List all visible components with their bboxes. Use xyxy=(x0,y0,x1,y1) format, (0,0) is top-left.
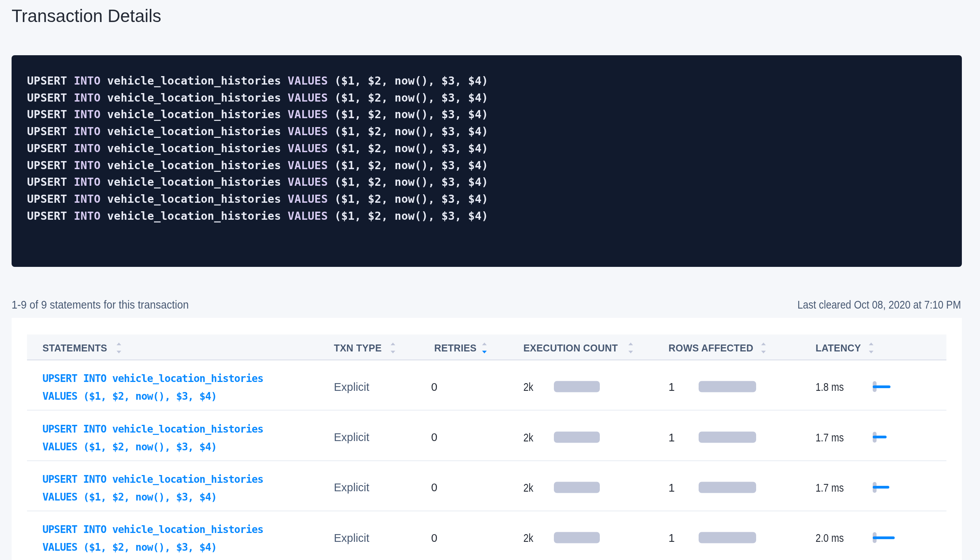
retries-value: 0 xyxy=(431,431,520,444)
txn-type-value: Explicit xyxy=(334,532,434,545)
execution-count-cell: 2k xyxy=(523,511,669,560)
retries-value: 0 xyxy=(431,481,520,494)
sql-line: UPSERT INTO vehicle_location_histories V… xyxy=(27,140,946,157)
sql-line: UPSERT INTO vehicle_location_histories V… xyxy=(27,191,946,208)
statements-count-label: 1-9 of 9 statements for this transaction xyxy=(12,299,189,311)
latency-bar xyxy=(873,536,895,539)
statement-link[interactable]: UPSERT INTO vehicle_location_histories V… xyxy=(27,521,334,556)
sort-caret-up-icon xyxy=(391,343,395,345)
txn-type-value: Explicit xyxy=(334,481,434,494)
latency-chart xyxy=(873,381,919,392)
sql-line: UPSERT INTO vehicle_location_histories V… xyxy=(27,73,946,90)
sort-caret-down-icon xyxy=(761,351,766,353)
sql-line: UPSERT INTO vehicle_location_histories V… xyxy=(27,208,946,225)
sort-caret-up-icon xyxy=(628,343,633,345)
sort-caret-down-icon xyxy=(117,351,121,353)
latency-value: 1.8 ms xyxy=(816,381,844,394)
execution-count-cell: 2k xyxy=(523,411,669,460)
retries-value: 0 xyxy=(431,381,520,394)
rows-affected-bar xyxy=(699,532,756,543)
column-header-latency[interactable]: LATENCY xyxy=(816,334,946,360)
latency-cell: 1.8 ms xyxy=(816,360,946,410)
txn-type-value: Explicit xyxy=(334,381,434,394)
table-body: UPSERT INTO vehicle_location_histories V… xyxy=(27,360,946,560)
execution-count-bar xyxy=(554,532,600,543)
latency-cell: 1.7 ms xyxy=(816,411,946,460)
sort-caret-up-icon xyxy=(117,343,121,345)
column-label: STATEMENTS xyxy=(42,343,107,354)
sort-carets-icon[interactable] xyxy=(482,343,487,353)
sort-carets-icon[interactable] xyxy=(628,343,633,353)
latency-value: 2.0 ms xyxy=(816,532,844,545)
sql-line: UPSERT INTO vehicle_location_histories V… xyxy=(27,157,946,174)
execution-count-value: 2k xyxy=(523,381,533,394)
sql-line: UPSERT INTO vehicle_location_histories V… xyxy=(27,90,946,107)
column-label: RETRIES xyxy=(434,343,477,354)
sql-line: UPSERT INTO vehicle_location_histories V… xyxy=(27,123,946,140)
column-header-txn-type[interactable]: TXN TYPE xyxy=(334,334,434,360)
sort-caret-down-icon xyxy=(869,351,873,353)
statement-row: UPSERT INTO vehicle_location_histories V… xyxy=(27,461,946,511)
last-cleared-label: Last cleared Oct 08, 2020 at 7:10 PM xyxy=(797,299,961,311)
sql-line: UPSERT INTO vehicle_location_histories V… xyxy=(27,106,946,123)
latency-cell: 1.7 ms xyxy=(816,461,946,511)
sort-carets-icon[interactable] xyxy=(869,343,873,353)
sort-carets-icon[interactable] xyxy=(761,343,766,353)
column-label: LATENCY xyxy=(816,343,861,354)
rows-affected-cell: 1 xyxy=(669,411,816,460)
column-header-rows-affected[interactable]: ROWS AFFECTED xyxy=(669,334,816,360)
statement-link[interactable]: UPSERT INTO vehicle_location_histories V… xyxy=(27,470,334,506)
sort-caret-up-icon xyxy=(482,343,487,345)
rows-affected-bar xyxy=(699,431,756,443)
column-header-execution-count[interactable]: EXECUTION COUNT xyxy=(523,334,669,360)
sort-caret-down-icon xyxy=(391,351,395,353)
execution-count-bar xyxy=(554,431,600,443)
rows-affected-cell: 1 xyxy=(669,511,816,560)
rows-affected-value: 1 xyxy=(669,481,675,494)
statement-row: UPSERT INTO vehicle_location_histories V… xyxy=(27,360,946,411)
sort-caret-up-icon xyxy=(761,343,766,345)
column-header-statements[interactable]: STATEMENTS xyxy=(27,334,334,360)
sort-caret-down-icon xyxy=(628,351,633,353)
rows-affected-bar xyxy=(699,381,756,392)
column-label: ROWS AFFECTED xyxy=(669,343,753,354)
rows-affected-value: 1 xyxy=(669,532,675,545)
execution-count-value: 2k xyxy=(523,532,533,545)
retries-value: 0 xyxy=(431,532,520,545)
rows-affected-cell: 1 xyxy=(669,461,816,511)
rows-affected-bar xyxy=(699,482,756,493)
statement-row: UPSERT INTO vehicle_location_histories V… xyxy=(27,511,946,560)
execution-count-value: 2k xyxy=(523,431,533,444)
sql-line: UPSERT INTO vehicle_location_histories V… xyxy=(27,174,946,191)
latency-value: 1.7 ms xyxy=(816,481,844,494)
statements-table-card: STATEMENTSTXN TYPERETRIESEXECUTION COUNT… xyxy=(12,318,962,560)
execution-count-bar xyxy=(554,381,600,392)
execution-count-cell: 2k xyxy=(523,461,669,511)
column-header-retries[interactable]: RETRIES xyxy=(434,334,523,360)
statement-link[interactable]: UPSERT INTO vehicle_location_histories V… xyxy=(27,370,334,405)
latency-bar xyxy=(873,486,889,489)
summary-row: 1-9 of 9 statements for this transaction… xyxy=(12,298,961,310)
latency-cell: 2.0 ms xyxy=(816,511,946,560)
txn-type-value: Explicit xyxy=(334,431,434,444)
sort-caret-down-icon xyxy=(482,351,487,353)
latency-chart xyxy=(873,482,919,493)
statement-link[interactable]: UPSERT INTO vehicle_location_histories V… xyxy=(27,420,334,456)
execution-count-value: 2k xyxy=(523,481,533,494)
statement-row: UPSERT INTO vehicle_location_histories V… xyxy=(27,411,946,461)
sort-carets-icon[interactable] xyxy=(391,343,395,353)
column-label: EXECUTION COUNT xyxy=(523,343,618,354)
rows-affected-value: 1 xyxy=(669,381,675,394)
execution-count-bar xyxy=(554,482,600,493)
latency-chart xyxy=(873,532,919,543)
latency-bar xyxy=(873,385,890,388)
execution-count-cell: 2k xyxy=(523,360,669,410)
latency-chart xyxy=(873,432,919,443)
table-header-row: STATEMENTSTXN TYPERETRIESEXECUTION COUNT… xyxy=(27,334,946,360)
latency-value: 1.7 ms xyxy=(816,431,844,444)
sql-statements-box: UPSERT INTO vehicle_location_histories V… xyxy=(12,55,962,267)
latency-bar xyxy=(873,436,887,438)
column-label: TXN TYPE xyxy=(334,343,382,354)
sort-caret-up-icon xyxy=(869,343,873,345)
sort-carets-icon[interactable] xyxy=(117,343,121,353)
